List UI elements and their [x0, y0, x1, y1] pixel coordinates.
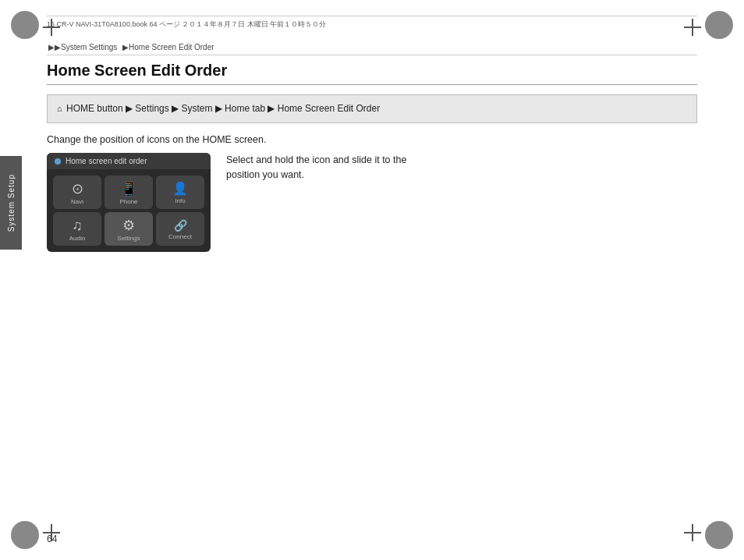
- crosshair-br: [684, 524, 701, 541]
- home-icon: ⌂: [57, 104, 62, 113]
- info-label: Info: [175, 197, 185, 204]
- nav-path: ⌂ HOME button ▶ Settings ▶ System ▶ Home…: [47, 94, 697, 123]
- navi-icon: ⊙: [72, 182, 83, 196]
- connect-icon: 🔗: [174, 220, 187, 231]
- nav-path-text: HOME button ▶ Settings ▶ System ▶ Home t…: [66, 103, 380, 114]
- audio-label: Audio: [69, 235, 85, 242]
- page-title: Home Screen Edit Order: [47, 62, 697, 85]
- screen-icon-audio[interactable]: ♫ Audio: [53, 212, 101, 246]
- phone-icon: 📱: [120, 182, 137, 196]
- screen-icon-navi[interactable]: ⊙ Navi: [53, 175, 101, 209]
- screen-icons-grid: ⊙ Navi 📱 Phone 👤 Info ♫ Audio ⚙ Sett: [47, 169, 211, 252]
- side-tab: System Setup: [0, 156, 22, 250]
- corner-circle-tr: [705, 11, 733, 39]
- phone-label: Phone: [119, 198, 137, 205]
- corner-circle-br: [705, 521, 733, 549]
- screen-mockup: Home screen edit order ⊙ Navi 📱 Phone 👤 …: [47, 153, 211, 252]
- screen-header-dot: [55, 158, 61, 165]
- description-text: Change the position of icons on the HOME…: [47, 134, 697, 145]
- settings-icon: ⚙: [122, 218, 135, 232]
- screen-icon-settings[interactable]: ⚙ Settings: [105, 212, 153, 246]
- content-row: Home screen edit order ⊙ Navi 📱 Phone 👤 …: [47, 153, 697, 252]
- screen-icon-phone[interactable]: 📱 Phone: [105, 175, 153, 209]
- audio-icon: ♫: [72, 218, 83, 232]
- navi-label: Navi: [71, 198, 83, 205]
- main-content: ▶▶System Settings ▶Home Screen Edit Orde…: [47, 43, 697, 513]
- connect-label: Connect: [168, 233, 192, 240]
- corner-circle-tl: [11, 11, 39, 39]
- screen-icon-connect[interactable]: 🔗 Connect: [156, 212, 204, 246]
- info-icon: 👤: [172, 183, 188, 195]
- screen-header: Home screen edit order: [47, 153, 211, 169]
- screen-header-title: Home screen edit order: [66, 157, 147, 165]
- corner-circle-bl: [11, 521, 39, 549]
- side-tab-label: System Setup: [7, 174, 16, 232]
- breadcrumb-part2: ▶Home Screen Edit Order: [122, 43, 214, 51]
- breadcrumb: ▶▶System Settings ▶Home Screen Edit Orde…: [47, 43, 697, 55]
- screen-icon-info[interactable]: 👤 Info: [156, 175, 204, 209]
- print-line: 15 CR-V NAVI-31T0A8100.book 64 ページ ２０１４年…: [47, 16, 697, 30]
- settings-label: Settings: [118, 235, 140, 242]
- page-number: 64: [47, 533, 57, 544]
- breadcrumb-part1: ▶▶System Settings: [48, 43, 117, 51]
- instruction-text: Select and hold the icon and slide it to…: [226, 153, 421, 183]
